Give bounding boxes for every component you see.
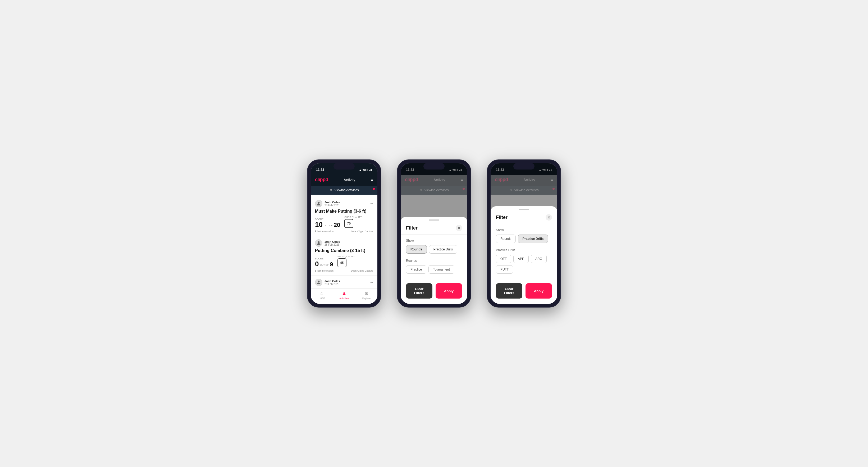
filter-close-btn-2[interactable]: ✕ [456,225,462,231]
wifi-icon: WiFi [363,168,368,172]
dynamic-island-1 [334,163,355,169]
phone-1-screen: 11:33 ▲ WiFi 31 clippd Activity ≡ ⚙ View… [311,163,377,304]
rounds-chips-2: Practice Tournament [406,265,462,274]
show-chips-3: Rounds Practice Drills [496,235,552,243]
user-details-2: Josh Coles 28 Feb 2023 [324,240,340,246]
chip-rounds-3[interactable]: Rounds [496,235,516,243]
quality-label-1: Shot Quality [344,216,362,218]
quality-badge-1: 75 [344,219,353,228]
dynamic-island-3 [513,163,534,169]
user-info-3: Josh Coles 28 Feb 2023 [315,279,340,286]
header-title-1: Activity [344,178,355,182]
card-header-2: Josh Coles 28 Feb 2023 ··· [315,239,373,247]
shots-value-1: 20 [334,222,340,228]
status-time-1: 11:33 [316,168,324,172]
avatar-1 [315,200,322,207]
card-footer-1: ℹ Test Information Data: Clippd Capture [315,230,373,233]
score-value-2: 0 [315,260,319,267]
chip-practice-round-2[interactable]: Practice [406,265,426,274]
chip-putt-3[interactable]: PUTT [496,265,513,274]
filter-header-2: Filter ✕ [401,221,467,235]
viewing-bar-1[interactable]: ⚙ Viewing Activities [311,186,377,195]
user-name-2: Josh Coles [324,240,340,243]
out-of-text-1: OUT OF [324,224,333,227]
info-text-2: Test Information [317,270,334,272]
avatar-2 [315,239,322,247]
activity-title-2: Putting Combine (3-15 ft) [315,248,373,253]
user-details-1: Josh Coles 28 Feb 2023 [324,201,340,207]
nav-capture-1[interactable]: ⊕ Capture [355,291,377,300]
capture-icon-1: ⊕ [365,291,368,297]
logo-1: clippd [315,177,328,183]
chip-arg-3[interactable]: ARG [531,255,547,263]
chip-practice-drills-3[interactable]: Practice Drills [518,235,548,243]
score-label-2: Score [315,257,333,260]
filter-footer-2: Clear Filters Apply [401,283,467,299]
status-icons-1: ▲ WiFi 31 [359,168,372,172]
filter-sheet-3: Filter ✕ Show Rounds Practice Drills Pra… [491,206,557,304]
show-label-3: Show [496,228,552,232]
drills-label-3: Practice Drills [496,248,552,252]
card-header-3: Josh Coles 28 Feb 2023 ··· [315,279,373,286]
capture-label-1: Capture [362,297,371,300]
score-label-1: Score [315,218,340,221]
data-source-2: Data: Clippd Capture [351,270,373,272]
stat-out-of-2: 0 OUT OF 9 [315,260,333,267]
test-info-2: ℹ Test Information [315,270,334,272]
clear-filters-btn-3[interactable]: Clear Filters [496,283,522,299]
activities-icon-1: ♟ [342,291,346,297]
svg-point-0 [318,202,320,204]
filter-overlay-2: Filter ✕ Show Rounds Practice Drills Rou… [401,163,467,304]
info-icon-2: ℹ [315,270,316,272]
quality-label-2: Shot Quality [338,255,355,258]
filter-body-3: Show Rounds Practice Drills Practice Dri… [491,224,557,283]
chip-practice-drills-2[interactable]: Practice Drills [429,245,457,254]
user-info-2: Josh Coles 28 Feb 2023 [315,239,340,247]
filter-dimmed-area-2 [401,163,467,217]
svg-point-2 [318,281,320,282]
hamburger-icon-1[interactable]: ≡ [371,178,373,182]
clear-filters-btn-2[interactable]: Clear Filters [406,283,432,299]
card-footer-2: ℹ Test Information Data: Clippd Capture [315,270,373,272]
filter-title-2: Filter [406,225,417,231]
stat-score-2: Score 0 OUT OF 9 [315,257,333,267]
score-value-1: 10 [315,221,323,228]
nav-activities-1[interactable]: ♟ Activities [333,291,355,300]
show-label-2: Show [406,239,462,243]
dots-menu-1[interactable]: ··· [370,201,373,206]
avatar-3 [315,279,322,286]
stats-row-2: Score 0 OUT OF 9 Shot Quality 45 [315,255,373,267]
phone-3-screen: 11:33 ▲ WiFi 31 clippd Activity ≡ ⚙ View… [491,163,557,304]
user-name-3: Josh Coles [324,280,340,283]
activity-card-2: Josh Coles 28 Feb 2023 ··· Putting Combi… [311,236,377,276]
apply-btn-2[interactable]: Apply [436,283,462,299]
user-date-3: 28 Feb 2023 [324,283,340,286]
chip-tournament-2[interactable]: Tournament [429,265,454,274]
stat-score-1: Score 10 OUT OF 20 [315,218,340,228]
home-label-1: Home [319,297,325,299]
app-header-1: clippd Activity ≡ [311,175,377,186]
dynamic-island-2 [424,163,444,169]
dots-menu-2[interactable]: ··· [370,241,373,245]
stat-quality-1: Shot Quality 75 [344,216,362,228]
stat-quality-2: Shot Quality 45 [338,255,355,267]
svg-point-1 [318,241,320,243]
filter-body-2: Show Rounds Practice Drills Rounds Pract… [401,235,467,283]
user-name-1: Josh Coles [324,201,340,204]
chip-app-3[interactable]: APP [513,255,529,263]
chip-ott-3[interactable]: OTT [496,255,511,263]
viewing-bar-text-1: Viewing Activities [335,188,359,192]
filter-close-btn-3[interactable]: ✕ [546,214,552,221]
bottom-nav-1: ⌂ Home ♟ Activities ⊕ Capture [311,288,377,304]
battery-icon: 31 [369,168,372,172]
card-header-1: Josh Coles 28 Feb 2023 ··· [315,200,373,207]
nav-home-1[interactable]: ⌂ Home [311,291,333,300]
data-source-1: Data: Clippd Capture [351,230,373,233]
dots-menu-3[interactable]: ··· [370,280,373,285]
phone-2-screen: 11:33 ▲ WiFi 31 clippd Activity ≡ ⚙ View… [401,163,467,304]
shots-value-2: 9 [330,261,333,267]
chip-rounds-2[interactable]: Rounds [406,245,427,254]
rounds-label-2: Rounds [406,259,462,262]
apply-btn-3[interactable]: Apply [526,283,552,299]
quality-badge-2: 45 [338,258,346,267]
